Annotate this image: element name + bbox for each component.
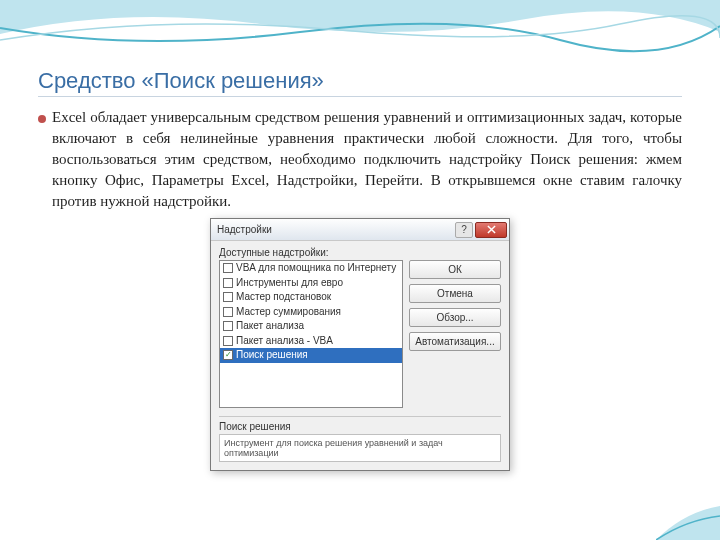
footer-description: Инструмент для поиска решения уравнений …: [219, 434, 501, 462]
list-item[interactable]: Поиск решения: [220, 348, 402, 363]
list-item[interactable]: Мастер суммирования: [220, 305, 402, 320]
list-item[interactable]: Пакет анализа: [220, 319, 402, 334]
dialog-titlebar: Надстройки ?: [211, 219, 509, 241]
checkbox-icon[interactable]: [223, 263, 233, 273]
list-item[interactable]: Пакет анализа - VBA: [220, 334, 402, 349]
close-icon: [487, 225, 496, 234]
ok-button[interactable]: ОК: [409, 260, 501, 279]
checkbox-icon[interactable]: [223, 321, 233, 331]
list-item[interactable]: VBA для помощника по Интернету: [220, 261, 402, 276]
bullet-icon: [38, 115, 46, 123]
checkbox-icon[interactable]: [223, 292, 233, 302]
list-item[interactable]: Инструменты для евро: [220, 276, 402, 291]
dialog-title: Надстройки: [217, 224, 272, 235]
footer-label: Поиск решения: [219, 421, 501, 432]
help-button[interactable]: ?: [455, 222, 473, 238]
slide-title: Средство «Поиск решения»: [38, 68, 682, 97]
available-addins-label: Доступные надстройки:: [219, 247, 501, 258]
addins-dialog: Надстройки ? Доступные надстройки: VBA д…: [210, 218, 510, 471]
cancel-button[interactable]: Отмена: [409, 284, 501, 303]
close-button[interactable]: [475, 222, 507, 238]
checkbox-icon[interactable]: [223, 350, 233, 360]
browse-button[interactable]: Обзор...: [409, 308, 501, 327]
divider: [219, 416, 501, 417]
slide-paragraph: Excel обладает универсальным средством р…: [52, 107, 682, 212]
checkbox-icon[interactable]: [223, 278, 233, 288]
list-item[interactable]: Мастер подстановок: [220, 290, 402, 305]
automation-button[interactable]: Автоматизация...: [409, 332, 501, 351]
checkbox-icon[interactable]: [223, 307, 233, 317]
checkbox-icon[interactable]: [223, 336, 233, 346]
addins-listbox[interactable]: VBA для помощника по Интернету Инструмен…: [219, 260, 403, 408]
